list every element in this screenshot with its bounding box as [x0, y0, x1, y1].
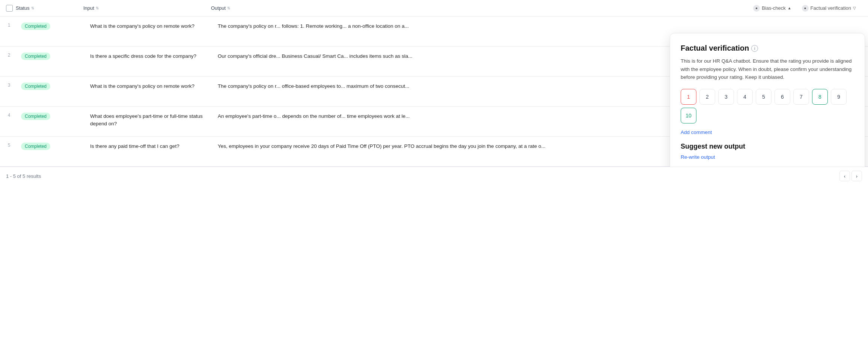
rating-button-7[interactable]: 7 — [793, 89, 809, 105]
row-input: Is there any paid time-off that I can ge… — [86, 137, 213, 166]
row-number: 2 — [0, 47, 18, 76]
popup-title: Factual verification i — [681, 44, 854, 53]
row-number: 5 — [0, 137, 18, 166]
pagination-prev-button[interactable]: ‹ — [839, 171, 850, 181]
row-input: Is there a specific dress code for the c… — [86, 47, 213, 76]
row-status: Completed — [18, 137, 86, 166]
status-badge: Completed — [21, 23, 50, 30]
output-column-header[interactable]: Output ⇅ — [208, 5, 750, 11]
input-column-header[interactable]: Input ⇅ — [80, 5, 208, 11]
row-status: Completed — [18, 17, 86, 46]
row-number: 1 — [0, 17, 18, 46]
rating-button-10[interactable]: 10 — [681, 108, 696, 123]
input-sort-icon: ⇅ — [96, 6, 99, 10]
popup-description: This is for our HR Q&A chatbot. Ensure t… — [681, 57, 854, 81]
row-number: 4 — [0, 107, 18, 136]
rating-button-3[interactable]: 3 — [718, 89, 734, 105]
rating-button-1[interactable]: 1 — [681, 89, 696, 105]
column-headers: Status ⇅ Input ⇅ Output ⇅ — [13, 5, 750, 11]
status-sort-icon: ⇅ — [31, 6, 34, 10]
row-status: Completed — [18, 77, 86, 106]
add-comment-link[interactable]: Add comment — [681, 129, 854, 135]
row-input: What does employee's part-time or full-t… — [86, 107, 213, 136]
output-sort-icon: ⇅ — [227, 6, 230, 10]
rating-button-9[interactable]: 9 — [831, 89, 847, 105]
factual-verification-chevron: ▽ — [853, 6, 856, 10]
rewrite-output-link[interactable]: Re-write output — [681, 154, 854, 160]
factual-verification-icon: ● — [802, 5, 809, 12]
pagination-next-button[interactable]: › — [851, 171, 862, 181]
factual-verification-button[interactable]: ● Factual verification ▽ — [799, 3, 859, 13]
table-body: 1 Completed What is the company's policy… — [0, 17, 868, 167]
status-column-header[interactable]: Status ⇅ — [13, 5, 80, 11]
header-right-buttons: ● Bias-check ▲ ● Factual verification ▽ — [750, 3, 862, 13]
pagination-controls: ‹ › — [839, 171, 862, 181]
rating-button-8[interactable]: 8 — [812, 89, 828, 105]
status-badge: Completed — [21, 113, 50, 120]
info-icon[interactable]: i — [751, 45, 758, 52]
table-header: Status ⇅ Input ⇅ Output ⇅ ● Bias-check ▲… — [0, 0, 868, 17]
status-badge: Completed — [21, 143, 50, 150]
bias-check-icon: ● — [753, 5, 760, 12]
table-footer: 1 - 5 of 5 results ‹ › — [0, 167, 868, 185]
row-input: What is the company's policy on remote w… — [86, 17, 213, 46]
suggest-new-output-title: Suggest new output — [681, 143, 854, 150]
bias-check-button[interactable]: ● Bias-check ▲ — [750, 3, 794, 13]
rating-button-6[interactable]: 6 — [775, 89, 790, 105]
status-badge: Completed — [21, 83, 50, 90]
output-label: Output — [211, 5, 226, 11]
factual-verification-label: Factual verification — [811, 5, 851, 11]
rating-button-2[interactable]: 2 — [699, 89, 715, 105]
bias-check-chevron: ▲ — [788, 6, 791, 10]
rating-button-5[interactable]: 5 — [756, 89, 772, 105]
row-number: 3 — [0, 77, 18, 106]
select-all-checkbox[interactable] — [6, 5, 13, 12]
status-badge: Completed — [21, 53, 50, 60]
factual-verification-popup: Factual verification i This is for our H… — [670, 33, 865, 167]
bias-check-label: Bias-check — [762, 5, 786, 11]
popup-title-text: Factual verification — [681, 44, 749, 53]
rating-buttons-row: 1 2 3 4 5 6 7 8 9 10 — [681, 89, 854, 123]
status-label: Status — [16, 5, 30, 11]
rating-button-4[interactable]: 4 — [737, 89, 753, 105]
row-status: Completed — [18, 107, 86, 136]
row-input: What is the company's policy on remote w… — [86, 77, 213, 106]
results-count: 1 - 5 of 5 results — [6, 173, 41, 179]
input-label: Input — [83, 5, 94, 11]
row-status: Completed — [18, 47, 86, 76]
